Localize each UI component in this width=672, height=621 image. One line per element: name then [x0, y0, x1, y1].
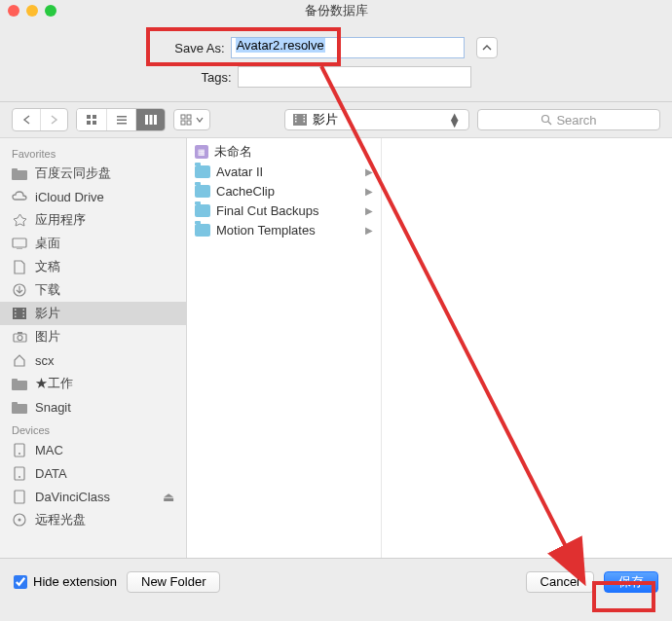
expand-button[interactable] [476, 37, 498, 58]
sidebar-item-label: 图片 [35, 328, 60, 346]
sidebar-item[interactable]: scx [0, 348, 186, 372]
sidebar-item-label: MAC [35, 443, 63, 457]
svg-rect-15 [295, 115, 297, 117]
checkbox-input[interactable] [14, 575, 27, 589]
sidebar-item[interactable]: 影片 [0, 302, 186, 325]
sidebar-item[interactable]: 文稿 [0, 255, 186, 278]
folder-icon [195, 224, 210, 237]
chevron-right-icon: ▶ [365, 186, 373, 197]
svg-rect-17 [295, 121, 297, 123]
grid-icon [86, 114, 97, 126]
list-item[interactable]: CacheClip▶ [187, 181, 381, 201]
tags-row: Tags: [0, 66, 672, 88]
updown-icon: ▲▼ [448, 113, 461, 127]
svg-rect-3 [93, 121, 96, 125]
chevron-up-icon [482, 43, 492, 53]
forward-button[interactable] [40, 109, 67, 130]
item-label: Avatar II [216, 164, 263, 179]
list-item[interactable]: Motion Templates▶ [187, 220, 381, 239]
sidebar-item[interactable]: DaVinciClass⏏ [0, 485, 186, 508]
saveas-value: Avatar2.resolve [236, 38, 325, 53]
sidebar-item-label: ★工作 [35, 375, 73, 392]
svg-point-43 [19, 453, 20, 455]
svg-rect-42 [15, 444, 24, 457]
titlebar: 备份数据库 [0, 0, 672, 21]
home-icon [12, 352, 27, 368]
sidebar-item-label: 百度云同步盘 [35, 164, 111, 182]
sidebar-item[interactable]: 应用程序 [0, 208, 186, 232]
sidebar-item-label: DATA [35, 466, 67, 481]
svg-rect-6 [117, 123, 127, 125]
sidebar-item-label: scx [35, 353, 55, 368]
list-icon [116, 114, 128, 126]
svg-rect-38 [12, 381, 27, 390]
list-item[interactable]: Avatar II▶ [187, 162, 381, 181]
window-title: 备份数据库 [0, 2, 672, 19]
devices-header: Devices [0, 419, 186, 438]
chevron-right-icon: ▶ [365, 225, 373, 236]
toolbar: 影片 ▲▼ Search [0, 102, 672, 137]
sidebar-item[interactable]: MAC [0, 438, 186, 461]
sidebar-item-label: Snagit [35, 400, 71, 415]
svg-rect-36 [18, 332, 22, 334]
svg-rect-13 [187, 121, 191, 125]
save-button[interactable]: 保存 [604, 571, 658, 593]
item-label: Final Cut Backups [216, 203, 319, 218]
arrange-button[interactable] [173, 109, 210, 130]
svg-rect-40 [12, 404, 27, 414]
cancel-button[interactable]: Cancel [526, 571, 594, 593]
svg-rect-31 [15, 316, 17, 318]
item-label: CacheClip [216, 184, 275, 199]
search-field[interactable]: Search [477, 109, 660, 130]
sidebar-item-label: 下载 [35, 281, 60, 299]
desktop-icon [12, 236, 27, 251]
camera-icon [12, 329, 27, 345]
sidebar-item-label: 影片 [35, 305, 60, 322]
column-view-button[interactable] [135, 109, 165, 130]
nav-group [12, 108, 68, 131]
svg-rect-29 [15, 310, 17, 311]
sidebar-item[interactable]: iCloud Drive [0, 185, 186, 208]
sidebar-item[interactable]: 图片 [0, 325, 186, 348]
folder-icon [12, 399, 27, 415]
svg-rect-2 [87, 121, 91, 125]
disk-icon [12, 465, 27, 481]
list-item[interactable]: ▦未命名 [187, 142, 381, 162]
hide-extension-checkbox[interactable]: Hide extension [14, 574, 117, 589]
location-popup[interactable]: 影片 ▲▼ [284, 109, 469, 130]
sidebar-item[interactable]: 远程光盘 [0, 508, 186, 531]
disk-icon [12, 442, 27, 457]
icon-view-button[interactable] [77, 109, 106, 130]
svg-rect-9 [154, 115, 157, 125]
svg-rect-34 [23, 316, 25, 318]
svg-rect-10 [181, 115, 185, 119]
new-folder-button[interactable]: New Folder [127, 571, 220, 593]
svg-rect-1 [93, 115, 96, 119]
chevron-left-icon [22, 115, 31, 125]
svg-rect-32 [23, 310, 25, 311]
sidebar-item[interactable]: DATA [0, 461, 186, 485]
usb-icon [12, 489, 27, 504]
back-button[interactable] [13, 109, 40, 130]
sidebar-item[interactable]: Snagit [0, 395, 186, 419]
item-label: Motion Templates [216, 223, 316, 237]
doc-icon [12, 259, 27, 274]
sidebar-item[interactable]: ★工作 [0, 372, 186, 395]
list-item[interactable]: Final Cut Backups▶ [187, 201, 381, 220]
sidebar-item[interactable]: 百度云同步盘 [0, 162, 186, 185]
sidebar-item-label: 桌面 [35, 235, 60, 252]
cd-icon [12, 512, 27, 528]
eject-icon[interactable]: ⏏ [163, 490, 174, 504]
sidebar-item[interactable]: 桌面 [0, 232, 186, 255]
chevron-right-icon: ▶ [365, 166, 373, 177]
list-view-button[interactable] [106, 109, 135, 130]
tags-input[interactable] [238, 66, 471, 88]
saveas-input[interactable]: Avatar2.resolve [231, 37, 465, 58]
sidebar-item[interactable]: 下载 [0, 278, 186, 302]
folder-icon [195, 185, 210, 198]
main-area: Favorites 百度云同步盘 iCloud Drive 应用程序 桌面 文稿… [0, 137, 672, 558]
chevron-right-icon [50, 115, 58, 125]
svg-rect-7 [145, 115, 148, 125]
svg-point-45 [19, 476, 20, 478]
svg-rect-12 [181, 121, 185, 125]
